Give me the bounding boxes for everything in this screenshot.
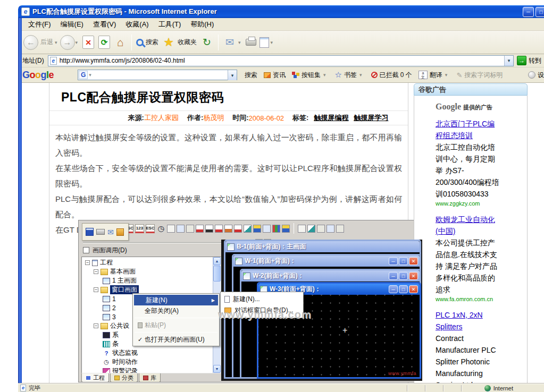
history-button[interactable]: ↻ xyxy=(201,36,213,49)
menu-tools[interactable]: 工具(T) xyxy=(154,18,186,31)
back-button[interactable]: ← xyxy=(23,35,38,50)
stop-button[interactable]: ✕ xyxy=(82,36,94,49)
toolbar-orb-icon[interactable] xyxy=(528,71,535,79)
screen-call-checkbox[interactable] xyxy=(83,247,89,253)
library-icon[interactable] xyxy=(116,228,124,236)
highlight-button[interactable]: ✎搜索字词标明 xyxy=(456,71,503,80)
context-menu-close-all[interactable]: 全部关闭(A) xyxy=(133,305,219,316)
tree-item-time-action[interactable]: ◷时间动作 xyxy=(83,357,212,367)
minimize-button[interactable]: ─ xyxy=(389,257,398,265)
maximize-button[interactable]: □ xyxy=(399,272,408,280)
tab-library[interactable]: 库 xyxy=(139,373,161,382)
g-menu-dropdown-icon[interactable]: ▾ xyxy=(89,72,91,78)
mail-icon: ✉ xyxy=(225,36,234,48)
search-icon[interactable] xyxy=(136,39,144,46)
menu-separator xyxy=(135,318,217,318)
home-button[interactable]: ⌂ xyxy=(114,36,126,49)
forward-button[interactable]: → xyxy=(60,35,75,50)
print-button[interactable] xyxy=(246,39,256,46)
google-bookmarks-button[interactable]: ☆书签▾ xyxy=(335,70,365,80)
menu-edit[interactable]: 编辑(E) xyxy=(56,18,88,31)
mail-button[interactable]: ✉ xyxy=(224,36,236,49)
context-menu-paste[interactable]: 粘贴(P) xyxy=(133,320,219,330)
mail-icon[interactable]: ✉ xyxy=(107,228,114,236)
ad-url[interactable]: www.zggkzy.com xyxy=(436,200,499,207)
close-button[interactable]: ✕ xyxy=(409,257,418,265)
toolbar-icon xyxy=(317,225,325,233)
tree-item-base-screens[interactable]: −基本画面 xyxy=(83,267,212,276)
context-menu-open-closed[interactable]: ✓也打开关闭的画面(U) xyxy=(133,334,219,345)
tag-link[interactable]: 触摸屏学习 xyxy=(354,113,388,123)
edit-button[interactable] xyxy=(260,37,269,48)
favorites-label[interactable]: 收藏夹 xyxy=(178,38,197,47)
context-menu-new[interactable]: 新建(N)▶ xyxy=(134,295,218,305)
scroll-up-icon[interactable]: ▲ xyxy=(213,257,221,265)
tree-item-alarm-history[interactable]: 报警记录 xyxy=(83,367,212,373)
google-search-button[interactable]: 搜索 xyxy=(245,71,257,80)
menu-view[interactable]: 查看(V) xyxy=(88,18,121,31)
screen-icon xyxy=(103,314,110,320)
window-titlebar[interactable]: B-1(前面+背面)：主画面 xyxy=(225,241,420,252)
forward-dropdown-icon[interactable]: ▾ xyxy=(76,40,78,45)
google-news-button[interactable]: 资讯 xyxy=(264,71,286,80)
status-segment xyxy=(407,385,425,391)
barcode-icon xyxy=(103,341,110,347)
tag-link[interactable]: 触摸屏编程 xyxy=(314,113,348,123)
toolbar-icon xyxy=(177,225,185,233)
menu-help[interactable]: 帮助(H) xyxy=(186,18,219,31)
ad-item: 北京西门子PLC编程组态培训 北京工控自动化培训中心，每月定期举 办S7-200… xyxy=(436,118,499,207)
scroll-thumb[interactable] xyxy=(213,266,221,282)
close-button[interactable]: ✕ xyxy=(409,272,418,280)
popup-blocker-button[interactable]: 已拦截 0 个 xyxy=(371,71,412,80)
tab-category[interactable]: 分类 xyxy=(110,373,138,382)
google-search-input[interactable]: G ▾ ▾ xyxy=(78,70,237,80)
submenu-dialog-wizard[interactable]: 对话框窗口向导(D)... xyxy=(221,305,303,316)
tree-item-main-screen[interactable]: 1 主画面 xyxy=(83,276,212,285)
window-titlebar[interactable]: W-1(前面+背面)： ─□✕ xyxy=(233,255,420,267)
go-button[interactable]: → 转到 xyxy=(517,56,541,65)
toolbar-icon xyxy=(244,225,252,233)
menu-favorites[interactable]: 收藏(A) xyxy=(121,18,153,31)
minimize-button[interactable]: ─ xyxy=(389,272,398,280)
tree-item-status-watch[interactable]: ?状态监视 xyxy=(83,348,212,357)
refresh-button[interactable]: ⟳ xyxy=(98,36,110,49)
tree-item-project[interactable]: −工程 xyxy=(83,258,212,267)
time-value: 2008-06-02 xyxy=(249,114,284,122)
google-g-icon[interactable]: G xyxy=(79,71,88,79)
title-bar: e PLC配合触摸屏设置权限密码 - Microsoft Internet Ex… xyxy=(18,5,544,18)
ad-title-link[interactable]: 欧姆龙工业自动化(中国) xyxy=(436,214,499,237)
source-label: 来源: xyxy=(128,113,144,123)
address-dropdown-button[interactable]: ▾ xyxy=(504,56,513,66)
edit-dropdown-icon[interactable]: ▾ xyxy=(271,40,273,45)
maximize-button[interactable]: □ xyxy=(535,7,544,17)
scroll-down-icon[interactable]: ▼ xyxy=(213,365,221,373)
tab-project[interactable]: 工程 xyxy=(81,373,109,382)
close-button[interactable]: ✕ xyxy=(409,285,418,293)
toolbar-icon xyxy=(167,225,175,233)
maximize-button[interactable]: □ xyxy=(399,285,408,293)
ad-title-link[interactable]: PLC 1xN, 2xN Splitters xyxy=(436,309,499,333)
maximize-button[interactable]: □ xyxy=(399,257,408,265)
paste-icon xyxy=(138,322,143,328)
source-link[interactable]: 工控人家园 xyxy=(144,113,179,123)
translate-button[interactable]: a文翻译▾ xyxy=(419,71,450,80)
ad-title-link[interactable]: 北京西门子PLC编程组态培训 xyxy=(436,118,499,141)
window-titlebar[interactable]: W-2(前面+背面)： ─□✕ xyxy=(241,270,420,282)
mail-dropdown-icon[interactable]: ▾ xyxy=(238,40,241,45)
google-search-dropdown[interactable]: ▾ xyxy=(228,70,237,80)
google-settings-label[interactable]: 设 xyxy=(538,71,544,80)
address-input[interactable]: e http://www.ymmfa.com/js/200806/02-40.h… xyxy=(48,55,514,66)
esc-display-icon: ESC xyxy=(146,224,155,233)
search-label[interactable]: 搜索 xyxy=(146,38,158,47)
ad-url[interactable]: www.fa.omron.com.cn xyxy=(436,296,499,302)
address-url[interactable]: http://www.ymmfa.com/js/200806/02-40.htm… xyxy=(60,57,185,64)
minimize-button[interactable]: ─ xyxy=(389,285,398,293)
save-icon[interactable] xyxy=(86,228,94,236)
minimize-button[interactable]: ─ xyxy=(523,7,534,17)
print-icon[interactable] xyxy=(96,229,105,235)
submenu-new[interactable]: 新建(N)... xyxy=(221,294,303,305)
favorites-button[interactable]: ★ xyxy=(163,36,174,49)
google-button-set[interactable]: 按钮集▾ xyxy=(292,71,329,80)
back-dropdown-icon[interactable]: ▾ xyxy=(55,40,57,45)
menu-file[interactable]: 文件(F) xyxy=(23,18,56,31)
